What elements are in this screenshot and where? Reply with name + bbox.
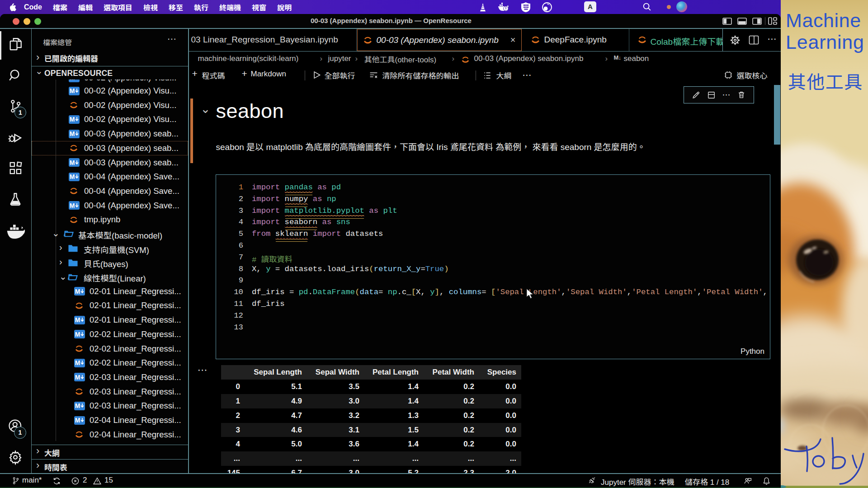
svg-text:Learning: Learning [786, 31, 864, 53]
svg-text:Machine: Machine [786, 9, 861, 31]
svg-text:其他工具: 其他工具 [788, 68, 863, 94]
